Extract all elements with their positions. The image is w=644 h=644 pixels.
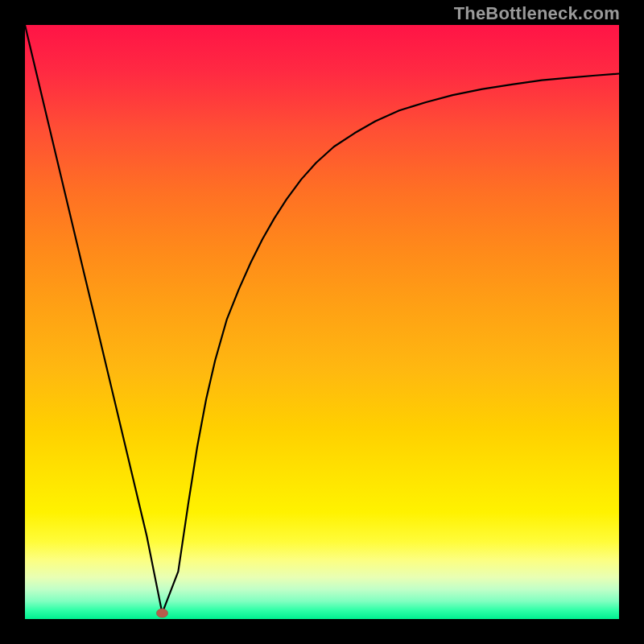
svg-point-0 xyxy=(156,609,167,617)
chart-container: TheBottleneck.com xyxy=(0,0,644,644)
optimal-marker xyxy=(25,25,619,619)
plot-area xyxy=(25,25,619,619)
watermark-text: TheBottleneck.com xyxy=(454,3,620,24)
